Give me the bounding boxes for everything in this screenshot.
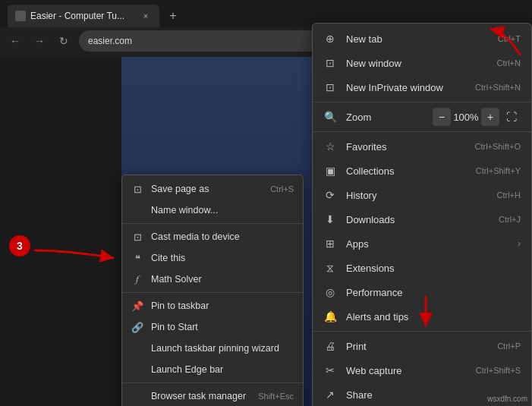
ctx-save-label: Save page as: [151, 184, 209, 194]
menu-collections-shortcut: Ctrl+Shift+Y: [476, 166, 521, 175]
menu-performance[interactable]: ◎ Performance: [313, 280, 531, 304]
zoom-label: Zoom: [346, 112, 371, 123]
menu-downloads-label: Downloads: [346, 214, 395, 225]
print-icon: 🖨: [323, 339, 337, 353]
webcapture-icon: ✂: [323, 364, 337, 377]
watermark: wsxdfn.com: [487, 395, 527, 403]
ctx-edge-bar[interactable]: Launch Edge bar: [122, 359, 303, 380]
menu-new-tab-label: New tab: [346, 33, 382, 45]
task-manager-icon: [131, 390, 143, 402]
menu-new-tab[interactable]: ⊕ New tab Ctrl+T: [313, 27, 531, 51]
refresh-button[interactable]: ↻: [55, 32, 73, 50]
menu-favorites-label: Favorites: [346, 141, 386, 153]
menu-collections[interactable]: ▣ Collections Ctrl+Shift+Y: [313, 159, 531, 183]
menu-new-window-shortcut: Ctrl+N: [497, 58, 521, 68]
new-window-icon: ⊡: [323, 56, 337, 70]
ctx-taskbar-wizard[interactable]: Launch taskbar pinning wizard: [122, 338, 303, 359]
collections-icon: ▣: [323, 164, 337, 178]
ctx-task-manager-shortcut: Shift+Esc: [258, 392, 294, 401]
taskbar-wizard-icon: [131, 342, 143, 354]
ctx-save-page[interactable]: ⊡ Save page as Ctrl+S: [122, 178, 303, 200]
active-tab[interactable]: Easier - Computer Tu... ×: [8, 5, 159, 27]
menu-downloads[interactable]: ⬇ Downloads Ctrl+J: [313, 207, 531, 231]
performance-icon: ◎: [323, 285, 337, 299]
menu-extensions[interactable]: ⧖ Extensions: [313, 256, 531, 280]
apps-arrow-icon: ›: [518, 238, 521, 249]
ctx-pin-taskbar[interactable]: 📌 Pin to taskbar: [122, 295, 303, 316]
menu-webcapture-label: Web capture: [346, 365, 401, 376]
ctx-cast-label: Cast media to device: [151, 231, 240, 242]
ctx-cast[interactable]: ⊡ Cast media to device: [122, 226, 303, 247]
favorites-menu-icon: ☆: [323, 140, 337, 153]
share-icon: ↗: [323, 388, 337, 401]
menu-favorites[interactable]: ☆ Favorites Ctrl+Shift+O: [313, 134, 531, 159]
tab-close-button[interactable]: ×: [140, 10, 152, 22]
zoom-in-button[interactable]: +: [481, 108, 499, 126]
ctx-save-shortcut: Ctrl+S: [270, 184, 294, 194]
annotation-3: 3: [9, 235, 30, 257]
new-tab-button[interactable]: +: [162, 5, 184, 27]
name-window-icon: [131, 204, 143, 216]
zoom-out-button[interactable]: −: [433, 108, 451, 126]
ctx-edge-bar-label: Launch Edge bar: [151, 364, 223, 375]
menu-downloads-shortcut: Ctrl+J: [499, 215, 521, 224]
menu-history-shortcut: Ctrl+H: [497, 190, 521, 200]
ctx-sep1: [122, 223, 303, 224]
menu-alerts[interactable]: 🔔 Alerts and tips: [313, 304, 531, 329]
zoom-fullscreen-button[interactable]: ⛶: [502, 108, 521, 126]
ctx-name-window[interactable]: Name window...: [122, 200, 303, 221]
cast-icon: ⊡: [131, 231, 143, 243]
menu-sep1: [313, 102, 531, 102]
back-button[interactable]: ←: [6, 32, 24, 50]
menu-print-shortcut: Ctrl+P: [497, 341, 521, 351]
ctx-name-window-label: Name window...: [151, 205, 218, 216]
menu-share-label: Share: [346, 389, 373, 401]
ctx-task-manager[interactable]: Browser task manager Shift+Esc: [122, 386, 303, 406]
new-tab-icon: ⊕: [323, 32, 337, 46]
ctx-cite-label: Cite this: [151, 253, 185, 263]
ctx-cite[interactable]: ❝ Cite this: [122, 247, 303, 269]
context-menu: ⊡ Save page as Ctrl+S Name window... ⊡ C…: [121, 175, 304, 406]
menu-inprivate[interactable]: ⊡ New InPrivate window Ctrl+Shift+N: [313, 75, 531, 99]
menu-webcapture-shortcut: Ctrl+Shift+S: [476, 366, 521, 375]
cite-icon: ❝: [131, 252, 143, 264]
menu-sep2: [313, 131, 531, 132]
ctx-taskbar-wizard-label: Launch taskbar pinning wizard: [151, 343, 279, 354]
zoom-control: 🔍 Zoom − 100% + ⛶: [313, 105, 531, 129]
menu-history[interactable]: ⟳ History Ctrl+H: [313, 183, 531, 207]
ctx-pin-start[interactable]: 🔗 Pin to Start: [122, 316, 303, 338]
menu-new-window[interactable]: ⊡ New window Ctrl+N: [313, 51, 531, 75]
pin-start-icon: 🔗: [131, 321, 143, 333]
menu-apps[interactable]: ⊞ Apps ›: [313, 231, 531, 256]
inprivate-icon: ⊡: [323, 80, 337, 94]
tab-favicon: [15, 11, 26, 21]
ctx-pin-taskbar-label: Pin to taskbar: [151, 301, 209, 311]
ctx-math-label: Math Solver: [151, 274, 202, 285]
menu-apps-label: Apps: [346, 238, 369, 250]
page-left-panel: [0, 57, 121, 406]
alerts-icon: 🔔: [323, 310, 337, 323]
badge-3: 3: [9, 235, 30, 257]
menu-inprivate-shortcut: Ctrl+Shift+N: [475, 83, 521, 92]
ctx-math[interactable]: 𝑓 Math Solver: [122, 269, 303, 290]
menu-sep3: [313, 331, 531, 332]
menu-inprivate-label: New InPrivate window: [346, 82, 443, 93]
menu-extensions-label: Extensions: [346, 263, 395, 274]
menu-print-label: Print: [346, 341, 367, 352]
downloads-icon: ⬇: [323, 212, 337, 226]
menu-print[interactable]: 🖨 Print Ctrl+P: [313, 334, 531, 358]
menu-collections-label: Collections: [346, 165, 395, 177]
apps-icon: ⊞: [323, 237, 337, 250]
ctx-sep3: [122, 382, 303, 383]
forward-button[interactable]: →: [30, 32, 49, 50]
edge-bar-icon: [131, 364, 143, 376]
menu-webcapture[interactable]: ✂ Web capture Ctrl+Shift+S: [313, 358, 531, 382]
math-icon: 𝑓: [131, 273, 143, 285]
ctx-sep2: [122, 292, 303, 293]
zoom-value: 100%: [451, 112, 481, 123]
tab-title: Easier - Computer Tu...: [30, 11, 124, 21]
menu-history-label: History: [346, 190, 376, 201]
ctx-task-manager-label: Browser task manager: [151, 391, 246, 401]
ctx-pin-start-label: Pin to Start: [151, 322, 198, 332]
menu-alerts-label: Alerts and tips: [346, 311, 408, 323]
